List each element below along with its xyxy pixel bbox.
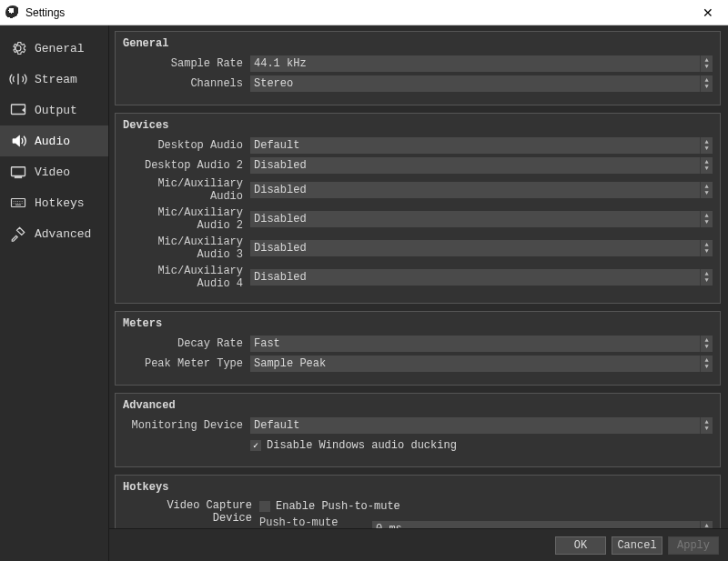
updown-icon: ▲▼ xyxy=(700,211,713,227)
checkbox-icon xyxy=(259,501,270,512)
monitoring-device-select[interactable]: Default▲▼ xyxy=(250,417,713,434)
video-icon xyxy=(9,164,27,180)
spin-value: 0 ms xyxy=(376,523,402,528)
mic4-select[interactable]: Disabled▲▼ xyxy=(250,269,713,286)
updown-icon: ▲▼ xyxy=(700,521,713,528)
updown-icon: ▲▼ xyxy=(700,55,713,72)
enable-ptm-checkbox[interactable]: Enable Push-to-mute xyxy=(259,500,400,513)
mic2-select[interactable]: Disabled▲▼ xyxy=(250,211,713,227)
desktop-audio2-select[interactable]: Disabled▲▼ xyxy=(250,157,713,174)
updown-icon: ▲▼ xyxy=(700,182,713,198)
app-icon xyxy=(5,5,20,20)
sidebar-item-video[interactable]: Video xyxy=(0,156,108,187)
updown-icon: ▲▼ xyxy=(700,75,713,92)
group-title: Advanced xyxy=(123,397,713,417)
checkbox-label: Disable Windows audio ducking xyxy=(267,439,457,452)
sample-rate-select[interactable]: 44.1 kHz▲▼ xyxy=(250,55,713,72)
sidebar-item-label: Advanced xyxy=(35,227,91,241)
select-value: Disabled xyxy=(254,184,307,196)
sidebar: General Stream Output Audio Video Hotkey… xyxy=(0,25,109,561)
mic3-label: Mic/Auxiliary Audio 3 xyxy=(123,235,250,261)
cancel-button[interactable]: Cancel xyxy=(612,536,662,555)
group-meters: Meters Decay RateFast▲▼ Peak Meter TypeS… xyxy=(115,311,721,386)
sample-rate-value: 44.1 kHz xyxy=(254,57,307,70)
sidebar-item-label: Output xyxy=(35,104,77,117)
sidebar-item-label: Stream xyxy=(35,73,77,86)
sidebar-item-audio[interactable]: Audio xyxy=(0,125,108,156)
select-value: Disabled xyxy=(254,213,307,225)
group-title: General xyxy=(123,35,713,55)
updown-icon: ▲▼ xyxy=(700,336,713,352)
desktop-audio-select[interactable]: Default▲▼ xyxy=(250,137,713,154)
select-value: Sample Peak xyxy=(254,357,326,370)
desktop-audio-label: Desktop Audio xyxy=(123,139,250,152)
select-value: Default xyxy=(254,139,299,152)
sidebar-item-label: Video xyxy=(35,165,70,179)
ptm-delay-spin[interactable]: 0 ms▲▼ xyxy=(372,521,713,528)
sidebar-item-hotkeys[interactable]: Hotkeys xyxy=(0,187,108,218)
channels-select[interactable]: Stereo▲▼ xyxy=(250,75,713,92)
output-icon xyxy=(9,102,27,118)
dialog-footer: OK Cancel Apply xyxy=(109,528,728,561)
channels-label: Channels xyxy=(123,77,250,90)
select-value: Fast xyxy=(254,337,280,350)
sidebar-item-label: Audio xyxy=(35,135,70,148)
updown-icon: ▲▼ xyxy=(700,269,713,286)
sample-rate-label: Sample Rate xyxy=(123,57,250,70)
mic4-label: Mic/Auxiliary Audio 4 xyxy=(123,265,250,290)
updown-icon: ▲▼ xyxy=(700,157,713,174)
desktop-audio2-label: Desktop Audio 2 xyxy=(123,159,250,172)
group-hotkeys: Hotkeys Video Capture Device Enable Push… xyxy=(115,475,721,528)
keyboard-icon xyxy=(9,195,27,211)
gear-icon xyxy=(9,40,27,56)
svg-rect-3 xyxy=(12,199,25,207)
settings-scroll-area[interactable]: General Sample Rate 44.1 kHz▲▼ Channels … xyxy=(109,25,728,528)
select-value: Default xyxy=(254,419,299,432)
checkbox-checked-icon: ✓ xyxy=(250,440,261,451)
close-icon[interactable]: ✕ xyxy=(693,5,723,20)
updown-icon: ▲▼ xyxy=(700,240,713,256)
group-title: Meters xyxy=(123,316,713,336)
audio-icon xyxy=(9,133,27,149)
sidebar-item-general[interactable]: General xyxy=(0,33,108,64)
mic3-select[interactable]: Disabled▲▼ xyxy=(250,240,713,256)
group-title: Devices xyxy=(123,117,713,137)
peak-meter-label: Peak Meter Type xyxy=(123,357,250,370)
sidebar-item-output[interactable]: Output xyxy=(0,95,108,125)
stream-icon xyxy=(9,71,27,87)
sidebar-item-label: General xyxy=(35,42,85,55)
titlebar: Settings ✕ xyxy=(0,0,728,25)
decay-rate-select[interactable]: Fast▲▼ xyxy=(250,336,713,352)
disable-ducking-checkbox[interactable]: ✓Disable Windows audio ducking xyxy=(250,439,713,452)
checkbox-label: Enable Push-to-mute xyxy=(276,500,400,513)
mic1-select[interactable]: Disabled▲▼ xyxy=(250,182,713,198)
group-title: Hotkeys xyxy=(123,479,713,499)
mic1-label: Mic/Auxiliary Audio xyxy=(123,177,250,203)
sidebar-item-stream[interactable]: Stream xyxy=(0,64,108,95)
channels-value: Stereo xyxy=(254,77,293,90)
sidebar-item-advanced[interactable]: Advanced xyxy=(0,218,108,249)
window-title: Settings xyxy=(25,6,693,19)
select-value: Disabled xyxy=(254,242,307,255)
hotkey-device1-label: Video Capture Device xyxy=(123,499,259,525)
group-advanced: Advanced Monitoring DeviceDefault▲▼ ✓Dis… xyxy=(115,393,721,467)
group-general: General Sample Rate 44.1 kHz▲▼ Channels … xyxy=(115,31,721,105)
sidebar-item-label: Hotkeys xyxy=(35,196,85,210)
monitoring-device-label: Monitoring Device xyxy=(123,419,250,432)
updown-icon: ▲▼ xyxy=(700,417,713,434)
updown-icon: ▲▼ xyxy=(700,137,713,154)
group-devices: Devices Desktop AudioDefault▲▼ Desktop A… xyxy=(115,113,721,304)
peak-meter-select[interactable]: Sample Peak▲▼ xyxy=(250,356,713,372)
svg-rect-1 xyxy=(12,167,25,176)
tools-icon xyxy=(9,225,27,242)
select-value: Disabled xyxy=(254,271,307,284)
ok-button[interactable]: OK xyxy=(555,536,606,555)
updown-icon: ▲▼ xyxy=(700,356,713,372)
ptm-delay-label: Push-to-mute delay xyxy=(259,516,369,528)
decay-rate-label: Decay Rate xyxy=(123,337,250,350)
select-value: Disabled xyxy=(254,159,307,172)
mic2-label: Mic/Auxiliary Audio 2 xyxy=(123,206,250,232)
svg-rect-2 xyxy=(15,176,22,178)
apply-button[interactable]: Apply xyxy=(668,536,719,555)
